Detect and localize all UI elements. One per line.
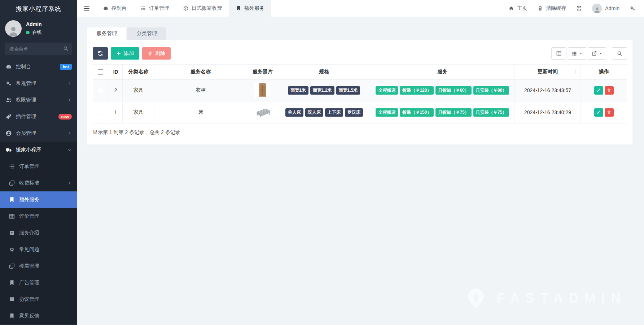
row-checkbox[interactable]: [98, 88, 103, 93]
refresh-button[interactable]: [93, 47, 108, 60]
topnav-tabs: 控制台订单管理日式搬家收费额外服务: [96, 0, 271, 17]
sidebar-item-label: 权限管理: [16, 97, 36, 103]
fullscreen-button[interactable]: [576, 5, 582, 11]
bookmark-icon: [9, 280, 15, 286]
service-badge: 只安装（￥75）: [473, 108, 509, 117]
sidebar-item-faq[interactable]: Q常见问题: [0, 241, 77, 258]
sidebar-item-floors[interactable]: 楼层管理: [0, 258, 77, 274]
trash-icon: [607, 88, 611, 92]
add-button[interactable]: 添加: [111, 47, 139, 60]
service-badge: 只拆卸（￥60）: [435, 86, 471, 95]
sidebar-toggle-button[interactable]: [77, 0, 96, 17]
cell-updated-time: 2024-12-16 23:40:29: [515, 101, 581, 124]
toolbar: 添加 删除: [93, 47, 627, 60]
edit-button[interactable]: [594, 86, 603, 95]
nav-tab-label: 日式搬家收费: [192, 5, 222, 12]
top-navbar: 控制台订单管理日式搬家收费额外服务 主页清除缓存Admin: [77, 0, 644, 17]
cube-icon: [183, 5, 189, 11]
sidebar-item-orders[interactable]: 订单管理: [0, 158, 77, 175]
toolbar-right: [551, 47, 627, 60]
spec-badges: 单人床双人床上下床罗汉床: [280, 108, 368, 117]
sidebar-item-mini-program[interactable]: 搬家小程序: [0, 142, 77, 158]
columns-button[interactable]: [568, 47, 586, 60]
hot-badge: hot: [60, 64, 72, 70]
cell-service-name: 衣柜: [154, 79, 247, 101]
column-header[interactable]: 更新时间: [515, 65, 581, 79]
sidebar-item-service-intro[interactable]: 服务介绍: [0, 225, 77, 241]
column-header: 分类名称: [123, 65, 154, 79]
records-summary: 显示第 1 到第 2 条记录，总共 2 条记录: [93, 129, 627, 136]
clear-cache-link[interactable]: 清除缓存: [537, 5, 566, 12]
pencil-icon: [596, 88, 601, 92]
question-icon: Q: [9, 246, 15, 253]
toggle-view-button[interactable]: [551, 47, 566, 60]
sidebar-item-addons[interactable]: 插件管理new: [0, 108, 77, 125]
sidebar-item-console[interactable]: 控制台hot: [0, 58, 77, 75]
chevron-left-icon: [67, 131, 72, 135]
user-name: Admin: [26, 21, 42, 27]
home-link[interactable]: 主页: [508, 5, 527, 12]
nav-tab-jp-moving-fee[interactable]: 日式搬家收费: [176, 0, 229, 17]
nav-tab-extra-services[interactable]: 额外服务: [229, 0, 271, 17]
sidebar-item-general[interactable]: 常规管理: [0, 75, 77, 92]
sidebar-item-feedback[interactable]: 意见反馈: [0, 308, 77, 324]
service-photo-wardrobe[interactable]: [254, 82, 271, 98]
service-photo-bed[interactable]: [254, 104, 271, 120]
nav-tab-orders[interactable]: 订单管理: [133, 0, 176, 17]
sidebar-item-ads[interactable]: 广告管理: [0, 274, 77, 291]
sidebar-item-label: 插件管理: [16, 113, 36, 120]
sidebar-item-label: 搬家小程序: [16, 147, 41, 153]
sidebar-item-reviews[interactable]: 评价管理: [0, 208, 77, 225]
row-checkbox[interactable]: [98, 110, 103, 115]
column-header-label: 规格: [319, 69, 329, 74]
search-input[interactable]: [5, 43, 72, 55]
nav-tab-console[interactable]: 控制台: [96, 0, 133, 17]
sidebar-item-label: 广告管理: [19, 280, 39, 286]
svg-text:Q: Q: [10, 247, 14, 252]
tab-category-management[interactable]: 分类管理: [127, 27, 166, 40]
row-delete-button[interactable]: [605, 108, 614, 117]
sidebar-item-label: 评价管理: [19, 213, 39, 220]
edit-button[interactable]: [594, 108, 603, 117]
nav-tab-label: 订单管理: [149, 5, 169, 12]
row-delete-button[interactable]: [605, 86, 614, 95]
export-button[interactable]: [588, 47, 606, 60]
search-button[interactable]: [612, 47, 627, 60]
sidebar-item-auth[interactable]: 权限管理: [0, 92, 77, 108]
spec-badge: 面宽1米: [288, 86, 308, 95]
fastadmin-watermark: FASTADMIN: [464, 287, 627, 310]
spec-badges: 面宽1米面宽1.2米面宽1.5米: [280, 86, 368, 95]
select-all-checkbox[interactable]: [98, 69, 103, 75]
column-header-label: ID: [113, 69, 118, 75]
spec-badge: 面宽1.5米: [336, 86, 360, 95]
sidebar-item-fee-standard[interactable]: 收费标准: [0, 175, 77, 191]
sidebar-item-label: 常规管理: [16, 80, 36, 87]
tab-service-management[interactable]: 服务管理: [87, 27, 126, 40]
user-menu[interactable]: Admin: [592, 4, 619, 13]
caret-down-icon: [599, 52, 603, 55]
add-button-label: 添加: [124, 50, 134, 57]
cell-id: 2: [109, 79, 123, 101]
cell-specs: 单人床双人床上下床罗汉床: [278, 101, 370, 124]
table-header-row: ID分类名称服务名称服务照片规格服务更新时间操作: [93, 65, 627, 79]
cell-updated-time: 2024-12-16 23:43:57: [515, 79, 581, 101]
column-header-label: 操作: [599, 69, 609, 74]
truck-icon: [5, 147, 12, 153]
sidebar-item-agreements[interactable]: 协议管理: [0, 291, 77, 308]
cell-category: 家具: [123, 79, 154, 101]
trash-icon: [537, 5, 543, 11]
bookmark-icon: [236, 5, 241, 11]
settings-button[interactable]: [630, 5, 635, 11]
spec-badge: 单人床: [285, 108, 303, 117]
caret-down-icon: [579, 52, 583, 55]
trash-icon: [148, 51, 153, 56]
sidebar-item-members[interactable]: 会员管理: [0, 125, 77, 142]
brand-title[interactable]: 搬家小程序系统: [0, 0, 77, 17]
cell-id: 1: [109, 101, 123, 124]
table-icon: [9, 213, 15, 220]
gears-icon: [5, 80, 12, 87]
sidebar-item-extra-services[interactable]: 额外服务: [0, 191, 77, 208]
delete-button[interactable]: 删除: [142, 47, 171, 60]
panel-tabs: 服务管理分类管理: [87, 27, 632, 40]
clear-cache-label: 清除缓存: [546, 5, 566, 12]
